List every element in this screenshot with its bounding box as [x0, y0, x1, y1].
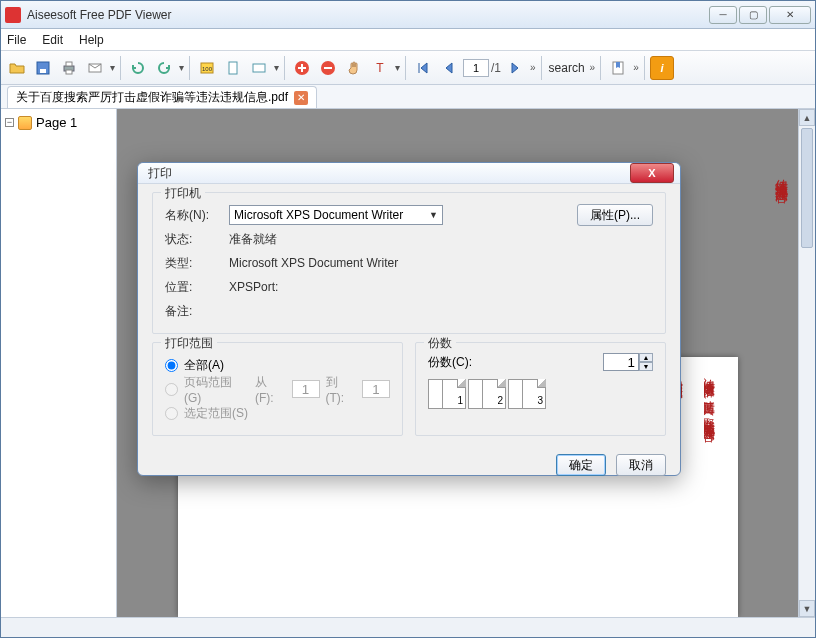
name-label: 名称(N): — [165, 207, 221, 224]
spin-up-icon[interactable]: ▲ — [639, 353, 653, 362]
copies-spinner[interactable]: ▲▼ — [603, 353, 653, 371]
comment-label: 备注: — [165, 303, 221, 320]
radio-selection: 选定范围(S) — [165, 401, 390, 425]
type-label: 类型: — [165, 255, 221, 272]
type-value: Microsoft XPS Document Writer — [229, 256, 398, 270]
printer-legend: 打印机 — [161, 185, 205, 202]
radio-all-input[interactable] — [165, 359, 178, 372]
to-input — [362, 380, 390, 398]
dialog-close-button[interactable]: X — [630, 163, 674, 183]
radio-pages: 页码范围(G) 从(F): 到(T): — [165, 377, 390, 401]
copies-input[interactable] — [603, 353, 639, 371]
status-value: 准备就绪 — [229, 231, 277, 248]
print-dialog: 打印 X 打印机 名称(N): Microsoft XPS Document W… — [137, 162, 681, 476]
spin-down-icon[interactable]: ▼ — [639, 362, 653, 371]
copies-group: 份数 份数(C): ▲▼ 1 1 2 2 3 — [415, 342, 666, 436]
printer-group: 打印机 名称(N): Microsoft XPS Document Writer… — [152, 192, 666, 334]
radio-pages-input — [165, 383, 178, 396]
where-label: 位置: — [165, 279, 221, 296]
dialog-title-bar[interactable]: 打印 X — [138, 163, 680, 184]
collate-preview: 1 1 2 2 3 3 — [428, 379, 653, 409]
from-input — [292, 380, 320, 398]
copies-label: 份数(C): — [428, 354, 472, 371]
range-group: 打印范围 全部(A) 页码范围(G) 从(F): 到(T): 选定范围(S) — [152, 342, 403, 436]
dialog-title: 打印 — [148, 165, 172, 182]
properties-button[interactable]: 属性(P)... — [577, 204, 653, 226]
printer-name-value: Microsoft XPS Document Writer — [234, 208, 403, 222]
where-value: XPSPort: — [229, 280, 278, 294]
range-legend: 打印范围 — [161, 335, 217, 352]
combo-arrow-icon: ▼ — [429, 210, 438, 220]
copies-legend: 份数 — [424, 335, 456, 352]
radio-selection-input — [165, 407, 178, 420]
cancel-button[interactable]: 取消 — [616, 454, 666, 476]
ok-button[interactable]: 确定 — [556, 454, 606, 476]
status-label: 状态: — [165, 231, 221, 248]
printer-name-combo[interactable]: Microsoft XPS Document Writer ▼ — [229, 205, 443, 225]
